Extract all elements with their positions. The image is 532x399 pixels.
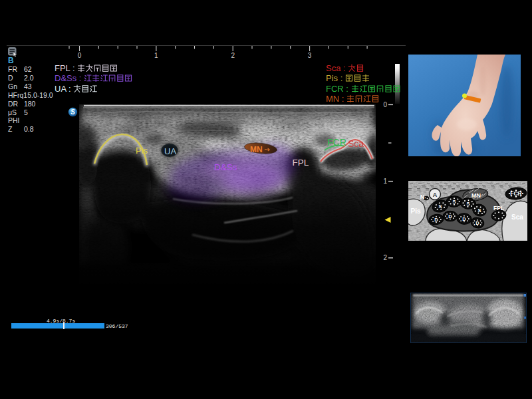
svg-text:Sca: Sca — [348, 138, 364, 149]
svg-text:2: 2 — [231, 52, 235, 59]
svg-text:Sca: Sca — [511, 213, 523, 221]
svg-text:Pis: Pis — [410, 207, 420, 215]
svg-text:0: 0 — [78, 52, 82, 59]
svg-text:D&Ss: D&Ss — [214, 162, 237, 172]
svg-text:1: 1 — [154, 52, 158, 59]
svg-text:D: D — [434, 217, 438, 223]
svg-text:N: N — [420, 194, 425, 200]
svg-text:MN: MN — [471, 192, 481, 199]
svg-text:UA: UA — [164, 146, 176, 156]
svg-text:D: D — [475, 220, 479, 226]
svg-text:3: 3 — [308, 52, 312, 59]
svg-text:S: S — [466, 201, 469, 207]
svg-text:FCR: FCR — [327, 137, 346, 148]
svg-text:S: S — [438, 203, 442, 209]
svg-text:FPL: FPL — [293, 158, 309, 168]
svg-text:S: S — [452, 199, 456, 205]
svg-text:D: D — [448, 213, 452, 219]
svg-text:FPL: FPL — [493, 205, 504, 211]
svg-text:MN: MN — [250, 145, 263, 154]
svg-text:FCR: FCR — [510, 190, 521, 197]
svg-text:Pis: Pis — [136, 146, 148, 156]
svg-text:A: A — [433, 192, 438, 198]
svg-text:1: 1 — [383, 178, 387, 185]
svg-text:D: D — [462, 216, 466, 222]
svg-text:S: S — [70, 108, 75, 116]
svg-text:2: 2 — [383, 254, 387, 261]
svg-text:S: S — [477, 207, 481, 213]
